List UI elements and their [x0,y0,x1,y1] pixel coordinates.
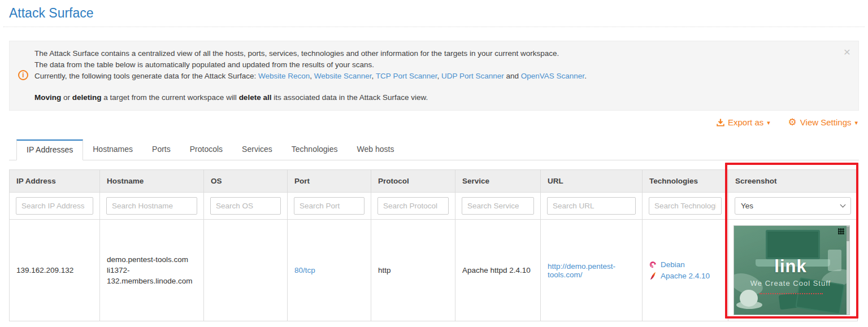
tab-ip-addresses[interactable]: IP Addresses [16,139,83,160]
tab-hostnames[interactable]: Hostnames [83,139,142,160]
col-header-os: OS [204,170,288,193]
title-separator [3,27,865,27]
table-toolbar: Export as ▾ ⚙ View Settings ▾ [9,117,858,130]
separator: and [504,72,521,80]
col-header-protocol: Protocol [371,170,455,193]
thumbnail-laptop-shape [766,230,820,259]
download-icon [717,119,724,127]
col-header-ip-address: IP Address [10,170,100,193]
tab-technologies[interactable]: Technologies [282,139,348,160]
search-url-input[interactable] [547,197,636,215]
technology-item-apache: Apache 2.4.10 [649,272,721,280]
hostname-primary: demo.pentest-tools.com [107,254,197,265]
link-website-scanner[interactable]: Website Scanner [314,72,372,80]
info-line-1: The Attack Surface contains a centralize… [34,48,834,59]
cell-protocol: http [371,220,455,321]
caret-down-icon: ▾ [767,119,770,127]
info-line-3: Currently, the following tools generate … [34,71,834,82]
col-header-technologies: Technologies [643,170,728,193]
thumbnail-subheading: We Create Cool Stuff [734,279,847,287]
close-icon[interactable]: × [844,46,850,58]
view-settings-label: View Settings [800,117,852,127]
url-link[interactable]: http://demo.pentest-tools.com/ [548,262,615,279]
col-header-hostname: Hostname [100,170,204,193]
gear-icon: ⚙ [788,118,797,127]
screenshot-filter-value: Yes [741,202,753,210]
page-title: Attack Surface [9,6,868,21]
col-header-service: Service [455,170,541,193]
port-link[interactable]: 80/tcp [294,266,315,274]
debian-link[interactable]: Debian [661,260,685,269]
info-warning-line: Moving or deleting a target from the cur… [34,92,834,103]
tab-protocols[interactable]: Protocols [180,139,232,160]
tab-services[interactable]: Services [232,139,282,160]
search-ip-address-input[interactable] [16,197,93,215]
link-tcp-port-scanner[interactable]: TCP Port Scanner [376,72,437,80]
info-icon: i [18,70,28,80]
export-as-label: Export as [728,117,763,127]
link-website-recon[interactable]: Website Recon [258,72,310,80]
cell-screenshot: link We Create Cool Stuff [728,220,858,321]
cell-ip-address: 139.162.209.132 [10,220,100,321]
cell-os [204,220,288,321]
cell-port: 80/tcp [288,220,371,321]
cell-service: Apache httpd 2.4.10 [455,220,541,321]
search-os-input[interactable] [210,197,281,215]
apache-icon [649,272,657,280]
thumbnail-red-text-line [760,293,823,294]
table-header-row: IP Address Hostname OS Port Protocol Ser… [10,170,858,193]
search-technologies-input[interactable] [649,197,722,215]
separator: , [437,72,441,80]
thumbnail-heading: link [734,258,847,276]
debian-icon [649,261,657,268]
export-as-button[interactable]: Export as ▾ [717,117,770,127]
info-line-2: The data from the table below is automat… [34,59,834,71]
col-header-screenshot: Screenshot [728,170,858,193]
thumbnail-coffee-cup-shape [740,290,758,307]
separator: , [372,72,376,80]
apache-link[interactable]: Apache 2.4.10 [661,272,710,280]
table-row: 139.162.209.132 demo.pentest-tools.com l… [10,220,858,321]
caret-down-icon: ▾ [854,119,858,127]
search-hostname-input[interactable] [106,197,197,215]
attack-surface-table: IP Address Hostname OS Port Protocol Ser… [9,169,858,321]
search-service-input[interactable] [462,197,534,215]
info-banner: i × The Attack Surface contains a centra… [9,41,859,111]
tab-web-hosts[interactable]: Web hosts [348,139,404,160]
cell-hostname: demo.pentest-tools.com li1372-132.member… [100,220,204,321]
link-openvas-scanner[interactable]: OpenVAS Scanner [521,72,584,80]
screenshot-filter-select[interactable]: Yes [735,197,851,215]
search-port-input[interactable] [294,197,364,215]
attack-surface-tabs: IP Addresses Hostnames Ports Protocols S… [9,139,859,160]
col-header-port: Port [288,170,371,193]
technology-item-debian: Debian [649,260,721,269]
separator: , [310,72,314,80]
separator: . [584,72,587,80]
hostname-secondary: li1372-132.members.linode.com [107,265,197,286]
table-filter-row: Yes [10,193,858,220]
search-protocol-input[interactable] [377,197,449,215]
screenshot-thumbnail[interactable]: link We Create Cool Stuff [734,225,850,315]
tab-ports[interactable]: Ports [142,139,180,160]
info-line-3-prefix: Currently, the following tools generate … [34,72,258,80]
chevron-down-icon [840,202,846,208]
view-settings-button[interactable]: ⚙ View Settings ▾ [788,117,858,127]
thumbnail-checker-icon [838,228,844,234]
link-udp-port-scanner[interactable]: UDP Port Scanner [441,72,504,80]
thumbnail-scrollbar-thumb [847,226,849,241]
col-header-url: URL [541,170,643,193]
cell-url: http://demo.pentest-tools.com/ [541,220,643,321]
cell-technologies: Debian [643,220,728,321]
